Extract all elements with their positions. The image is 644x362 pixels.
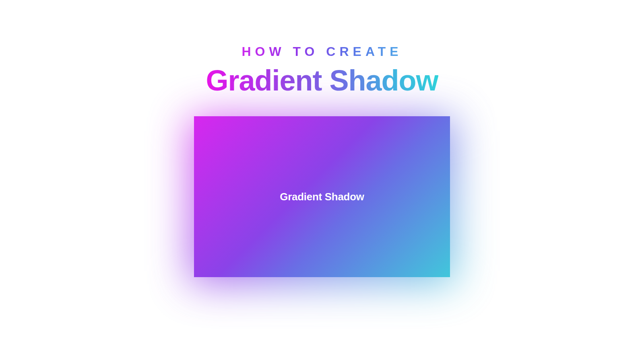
card-label: Gradient Shadow [280,191,364,203]
gradient-card: Gradient Shadow [194,116,450,277]
title-text: Gradient Shadow [206,64,438,97]
page-container: HOW TO CREATE Gradient Shadow Gradient S… [0,0,644,277]
card-wrapper: Gradient Shadow [194,116,450,277]
subtitle-text: HOW TO CREATE [242,44,402,59]
